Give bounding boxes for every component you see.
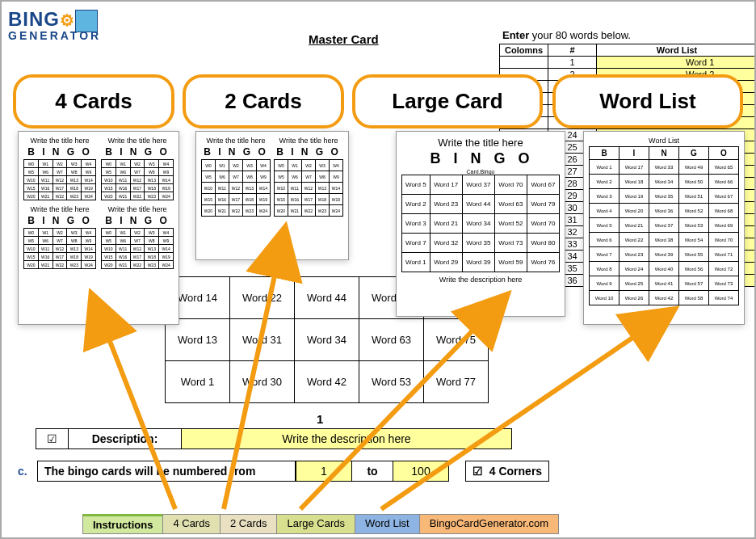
callout-word-list: Word List: [552, 74, 743, 128]
description-checkbox[interactable]: ☑: [36, 429, 69, 448]
preview-large-card: Write the title here BINGO Card.Bingo Wo…: [396, 131, 565, 317]
preview-word-list: Word List BINGOWord 1Word 17Word 33Word …: [583, 131, 745, 325]
range-text: The bingo cards will be numbered from: [37, 461, 296, 482]
tab-site[interactable]: BingoCardGenerator.com: [419, 514, 559, 534]
four-corners-checkbox[interactable]: ☑ 4 Corners: [465, 461, 549, 482]
wordlist-col-colomns: Colomns: [500, 44, 548, 57]
description-label: Description:: [69, 429, 182, 448]
row-label-c: c.: [18, 465, 37, 478]
preview-4-cards: Write the title hereB I N G OW0W1W2W3W4W…: [18, 131, 179, 325]
wordlist-row: 1Word 1: [500, 57, 757, 69]
callout-4-cards: 4 Cards: [13, 74, 174, 128]
sheet-tabs: Instructions 4 Cards 2 Cards Large Cards…: [82, 514, 558, 534]
description-input[interactable]: Write the description here: [182, 429, 511, 448]
wordlist-col-word: Word List: [597, 44, 757, 57]
card-number: 1: [317, 412, 323, 426]
tab-2-cards[interactable]: 2 Cards: [220, 514, 278, 534]
tab-large-cards[interactable]: Large Cards: [276, 514, 355, 534]
range-to-label: to: [352, 461, 393, 482]
callout-2-cards: 2 Cards: [183, 74, 344, 128]
preview-2-cards: Write the title hereB I N G OW0W1W2W3W4W…: [195, 131, 349, 260]
range-to-input[interactable]: 100: [393, 461, 449, 482]
tab-word-list[interactable]: Word List: [355, 514, 420, 534]
callout-large-card: Large Card: [352, 74, 543, 128]
number-range-row: c. The bingo cards will be numbered from…: [18, 461, 756, 482]
range-from-input[interactable]: 1: [296, 461, 352, 482]
enter-words-label: Enter your 80 words below.: [502, 29, 631, 41]
tab-4-cards[interactable]: 4 Cards: [162, 514, 220, 534]
description-row: ☑ Description: Write the description her…: [36, 428, 512, 449]
tab-instructions[interactable]: Instructions: [82, 514, 163, 534]
master-card-title: Master Card: [309, 32, 379, 46]
wordlist-col-num: #: [548, 44, 597, 57]
